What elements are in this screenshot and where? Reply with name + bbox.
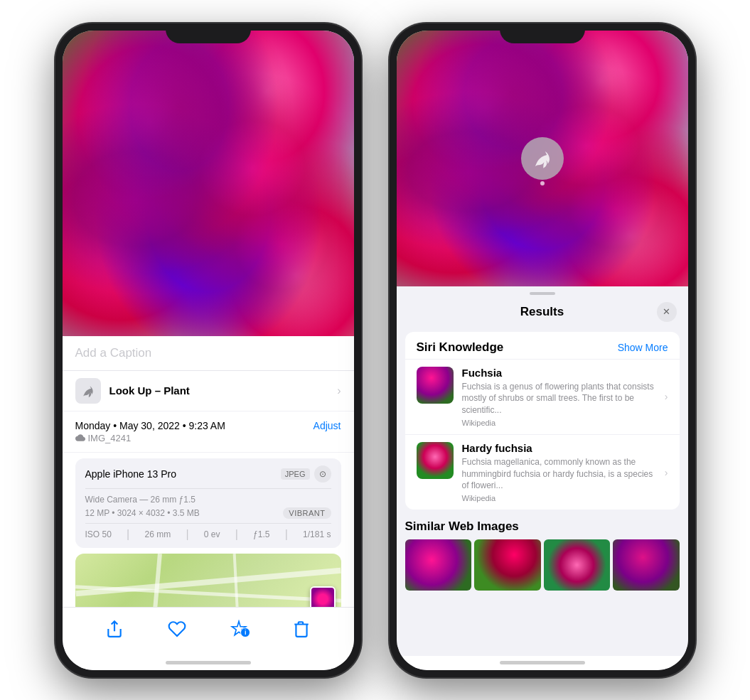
home-bar <box>166 661 251 664</box>
similar-title: Similar Web Images <box>405 519 680 534</box>
info-badge-label: i <box>245 629 247 636</box>
exif-shutter: 1/181 s <box>303 529 331 539</box>
exif-focal: 26 mm <box>144 529 171 539</box>
similar-images-grid <box>405 539 680 591</box>
adjust-button[interactable]: Adjust <box>314 420 341 431</box>
left-phone-screen: Add a Caption Look Up – Plant › Monday <box>63 31 354 670</box>
photo-date: Monday • May 30, 2022 • 9:23 AM <box>75 420 225 431</box>
siri-leaf-icon <box>532 148 553 169</box>
info-section: Look Up – Plant › Monday • May 30, 2022 … <box>63 371 354 607</box>
lookup-label: Look Up – Plant <box>109 384 190 397</box>
device-row: Apple iPhone 13 Pro JPEG ⊙ <box>85 465 331 489</box>
siri-knowledge-section: Siri Knowledge Show More Fuchsia Fuchsia… <box>405 332 680 510</box>
filename: IMG_4241 <box>88 433 132 443</box>
similar-web-images-section: Similar Web Images <box>397 514 688 591</box>
exif-ev: 0 ev <box>204 529 220 539</box>
info-button[interactable]: i <box>226 616 252 642</box>
siri-visual-button[interactable] <box>521 137 564 180</box>
share-icon <box>105 620 124 638</box>
fuchsia-source: Wikipedia <box>462 419 656 427</box>
hardy-thumbnail <box>417 442 454 479</box>
show-more-button[interactable]: Show More <box>618 342 668 353</box>
right-phone-screen: Results ✕ Siri Knowledge Show More <box>397 31 688 670</box>
delete-button[interactable] <box>289 616 314 642</box>
mp-row: 12 MP • 3024 × 4032 • 3.5 MB VIBRANT <box>85 507 331 519</box>
similar-image-4[interactable] <box>613 539 680 591</box>
format-badge: JPEG <box>281 468 310 480</box>
caption-area[interactable]: Add a Caption <box>63 336 354 371</box>
hardy-content: Hardy fuchsia Fuchsia magellanica, commo… <box>462 442 656 502</box>
fuchsia-chevron-icon: › <box>665 391 668 402</box>
device-name: Apple iPhone 13 Pro <box>85 468 176 480</box>
fuchsia-thumb-img <box>417 367 454 404</box>
hardy-chevron-icon: › <box>665 467 668 478</box>
siri-knowledge-title: Siri Knowledge <box>417 340 504 355</box>
lookup-icon <box>75 378 101 404</box>
settings-icon: ⊙ <box>314 465 331 483</box>
home-indicator <box>63 656 354 670</box>
hardy-title: Hardy fuchsia <box>462 442 656 454</box>
device-badges: JPEG ⊙ <box>281 465 331 483</box>
knowledge-item-hardy-fuchsia[interactable]: Hardy fuchsia Fuchsia magellanica, commo… <box>405 434 680 510</box>
metadata-section: Monday • May 30, 2022 • 9:23 AM Adjust I… <box>63 411 354 453</box>
camera-specs: Wide Camera — 26 mm ƒ1.5 <box>85 495 331 505</box>
map-thumbnail[interactable] <box>75 554 341 607</box>
mp-text: 12 MP • 3024 × 4032 • 3.5 MB <box>85 508 200 518</box>
knowledge-item-fuchsia[interactable]: Fuchsia Fuchsia is a genus of flowering … <box>405 359 680 434</box>
map-photo-thumb <box>311 588 334 607</box>
map-roads <box>75 554 341 607</box>
hardy-thumb-img <box>417 442 454 479</box>
trash-icon <box>292 620 311 638</box>
heart-icon <box>168 620 186 638</box>
right-home-bar <box>500 661 585 664</box>
lookup-chevron-icon: › <box>337 384 341 397</box>
phone-notch <box>166 23 251 43</box>
exif-aperture: ƒ1.5 <box>253 529 269 539</box>
exif-row: ISO 50 | 26 mm | 0 ev | ƒ1.5 | 1/181 s <box>85 523 331 541</box>
hardy-source: Wikipedia <box>462 494 656 502</box>
fuchsia-content: Fuchsia Fuchsia is a genus of flowering … <box>462 367 656 427</box>
fuchsia-description: Fuchsia is a genus of flowering plants t… <box>462 381 656 416</box>
lookup-row[interactable]: Look Up – Plant › <box>63 371 354 411</box>
similar-image-2[interactable] <box>474 539 541 591</box>
info-badge: i <box>240 628 250 637</box>
photo-display[interactable] <box>63 31 354 336</box>
siri-dot <box>540 181 545 185</box>
siri-knowledge-header: Siri Knowledge Show More <box>405 332 680 359</box>
right-photo-display[interactable] <box>397 31 688 286</box>
bottom-toolbar: i <box>63 607 354 656</box>
device-section: Apple iPhone 13 Pro JPEG ⊙ Wide Camera —… <box>75 458 341 548</box>
results-panel: Results ✕ Siri Knowledge Show More <box>397 286 688 656</box>
hardy-description: Fuchsia magellanica, commonly known as t… <box>462 456 656 492</box>
results-title: Results <box>428 305 657 319</box>
map-photo-pin <box>310 586 336 607</box>
left-phone: Add a Caption Look Up – Plant › Monday <box>55 23 361 677</box>
right-phone: Results ✕ Siri Knowledge Show More <box>390 23 695 677</box>
right-home-indicator <box>397 656 688 670</box>
results-header: Results ✕ <box>397 295 688 328</box>
favorite-button[interactable] <box>164 616 190 642</box>
exif-iso: ISO 50 <box>85 529 112 539</box>
leaf-icon <box>81 384 95 398</box>
share-button[interactable] <box>102 616 127 642</box>
caption-input[interactable]: Add a Caption <box>75 346 152 360</box>
right-phone-notch <box>500 23 585 43</box>
flower-overlay <box>63 31 354 336</box>
similar-image-1[interactable] <box>405 539 472 591</box>
fuchsia-title: Fuchsia <box>462 367 656 379</box>
results-close-button[interactable]: ✕ <box>657 302 677 322</box>
cloud-icon <box>75 433 85 443</box>
fuchsia-thumbnail <box>417 367 454 404</box>
vibrant-badge: VIBRANT <box>283 507 331 519</box>
location-row: IMG_4241 <box>75 433 341 443</box>
similar-image-3[interactable] <box>544 539 611 591</box>
